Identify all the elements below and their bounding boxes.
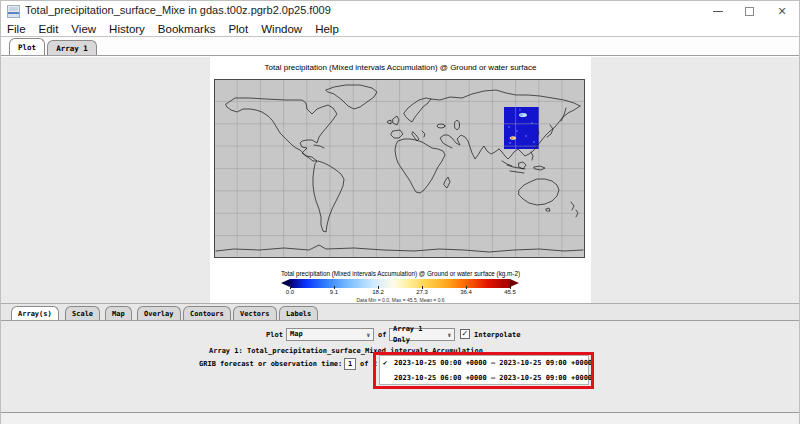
world-map-svg — [214, 79, 585, 258]
colorbar-min-arrow — [281, 279, 290, 287]
view-tab-strip: Plot Array 1 — [1, 36, 799, 56]
tick-label: 0.0 — [286, 289, 294, 295]
arrays-panel: Plot Map ∨ of Array 1 Only ∨ ✓ Interpola… — [1, 321, 799, 412]
plot-type-value: Map — [290, 329, 303, 340]
tab-arrays[interactable]: Array(s) — [11, 306, 59, 320]
tick-label: 45.5 — [504, 289, 516, 295]
window-title: Total_precipitation_surface_Mixe in gdas… — [25, 4, 331, 16]
status-bar — [1, 413, 799, 424]
menu-file[interactable]: File — [7, 23, 26, 35]
colorbar-caption: Total precipitation (Mixed intervals Acc… — [210, 270, 591, 277]
menu-bar: File Edit View History Bookmarks Plot Wi… — [1, 22, 799, 36]
menu-history[interactable]: History — [109, 23, 145, 35]
tab-scale[interactable]: Scale — [65, 306, 100, 320]
annotation-highlight-box — [373, 352, 594, 389]
app-window: Total_precipitation_surface_Mixe in gdas… — [0, 0, 800, 424]
tab-map[interactable]: Map — [105, 306, 132, 320]
array-scope-dropdown[interactable]: Array 1 Only ∨ — [389, 328, 455, 341]
world-map — [214, 79, 585, 258]
title-bar: Total_precipitation_surface_Mixe in gdas… — [1, 1, 799, 22]
chevron-down-icon: ∨ — [366, 329, 370, 340]
maximize-icon — [745, 7, 754, 16]
menu-help[interactable]: Help — [315, 23, 339, 35]
tick-label: 36.4 — [460, 289, 472, 295]
plot-panel: Total precipitation (Mixed intervals Acc… — [210, 57, 591, 303]
tick-label: 9.1 — [330, 289, 338, 295]
grib-time-label: GRIB forecast or observation time: — [199, 360, 342, 368]
app-icon — [7, 5, 20, 18]
colorbar-gradient — [290, 279, 510, 288]
plot-type-dropdown[interactable]: Map ∨ — [286, 328, 374, 341]
of-label: of — [378, 331, 386, 339]
menu-view[interactable]: View — [71, 23, 96, 35]
tab-labels[interactable]: Labels — [279, 306, 318, 320]
minimize-button[interactable] — [701, 1, 735, 22]
tick-label: 18.2 — [372, 289, 384, 295]
menu-bookmarks[interactable]: Bookmarks — [158, 23, 216, 35]
close-button[interactable]: ✕ — [765, 1, 799, 22]
tab-vectors[interactable]: Vectors — [233, 306, 277, 320]
minimize-icon — [713, 11, 723, 12]
grib-time-index-field[interactable]: 1 — [344, 358, 356, 370]
close-icon: ✕ — [777, 5, 786, 17]
colorbar-tick-labels: 0.0 9.1 18.2 27.3 36.4 45.5 — [290, 289, 510, 297]
colorbar-max-arrow — [510, 279, 519, 287]
tab-contours[interactable]: Contours — [183, 306, 231, 320]
precipitation-data-region — [504, 107, 539, 149]
maximize-button[interactable] — [733, 1, 767, 22]
interpolate-label: Interpolate — [474, 331, 520, 339]
menu-edit[interactable]: Edit — [39, 23, 59, 35]
check-icon: ✓ — [462, 328, 467, 338]
plot-title: Total precipitation (Mixed intervals Acc… — [210, 63, 591, 72]
tab-overlay[interactable]: Overlay — [137, 306, 181, 320]
plot-label: Plot — [266, 331, 283, 339]
tab-plot[interactable]: Plot — [9, 38, 45, 55]
tick-label: 27.3 — [416, 289, 428, 295]
settings-tab-strip: Array(s) Scale Map Overlay Contours Vect… — [1, 304, 799, 321]
menu-plot[interactable]: Plot — [228, 23, 248, 35]
interpolate-checkbox[interactable]: ✓ — [460, 329, 470, 339]
array-scope-value: Array 1 Only — [393, 324, 443, 346]
tab-array-1[interactable]: Array 1 — [47, 40, 97, 55]
menu-window[interactable]: Window — [261, 23, 302, 35]
chevron-down-icon: ∨ — [447, 329, 451, 340]
